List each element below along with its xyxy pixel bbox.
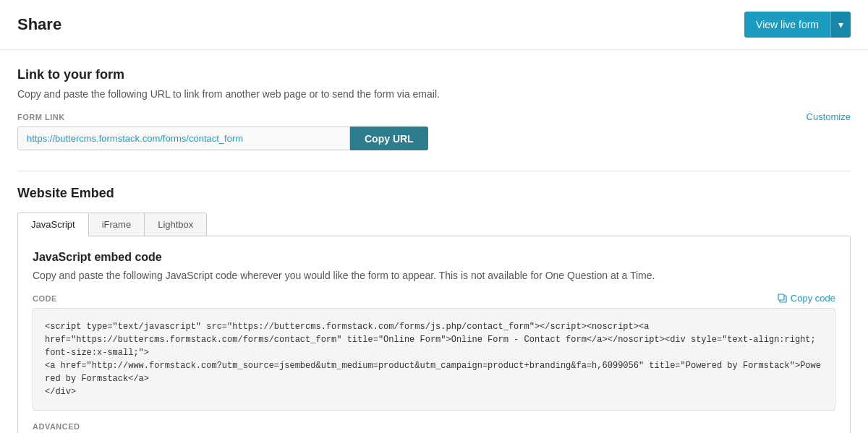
header-actions: View live form ▾ <box>744 12 851 38</box>
copy-icon <box>778 293 788 304</box>
page-title: Share <box>17 15 61 34</box>
tab-iframe[interactable]: iFrame <box>89 213 145 236</box>
page-header: Share View live form ▾ <box>0 0 868 50</box>
copy-code-link[interactable]: Copy code <box>778 293 835 304</box>
embed-description: Copy and paste the following JavaScript … <box>33 270 835 281</box>
url-row: Copy URL <box>17 127 851 150</box>
view-live-button[interactable]: View live form <box>744 12 830 38</box>
view-live-dropdown-button[interactable]: ▾ <box>830 12 851 38</box>
section-divider <box>17 171 851 171</box>
embed-tabs: JavaScript iFrame Lightbox <box>17 213 851 236</box>
link-section-description: Copy and paste the following URL to link… <box>17 88 851 100</box>
code-label: CODE <box>33 294 57 303</box>
code-label-row: CODE Copy code <box>33 293 835 304</box>
advanced-label: ADVANCED <box>33 422 835 431</box>
tab-javascript[interactable]: JavaScript <box>17 213 89 236</box>
form-link-label: FORM LINK <box>17 113 65 121</box>
copy-url-button[interactable]: Copy URL <box>350 127 428 150</box>
page-content: Link to your form Copy and paste the fol… <box>0 50 868 433</box>
customize-link[interactable]: Customize <box>807 111 851 122</box>
link-section-title: Link to your form <box>17 67 851 82</box>
form-link-label-row: FORM LINK Customize <box>17 111 851 122</box>
embed-tab-panel: JavaScript embed code Copy and paste the… <box>17 236 851 433</box>
embed-section-title: Website Embed <box>17 186 851 201</box>
embed-code-title: JavaScript embed code <box>33 251 835 264</box>
svg-rect-1 <box>778 294 784 300</box>
tab-lightbox[interactable]: Lightbox <box>145 213 207 236</box>
embed-code-block: <script type="text/javascript" src="http… <box>33 308 835 411</box>
form-url-input[interactable] <box>17 127 350 150</box>
